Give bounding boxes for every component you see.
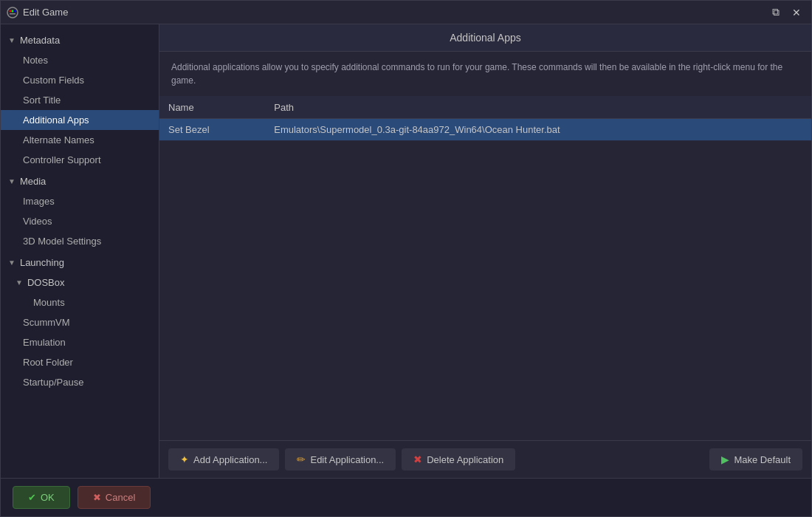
minimize-button[interactable]: ⧉	[767, 4, 785, 21]
cell-name: Set Bezel	[159, 119, 265, 141]
media-arrow-icon: ▼	[8, 177, 16, 185]
sidebar-item-alternate-names[interactable]: Alternate Names	[1, 130, 159, 150]
sidebar-section-metadata: ▼ Metadata Notes Custom Fields Sort Titl…	[1, 30, 159, 170]
metadata-arrow-icon: ▼	[8, 36, 16, 44]
svg-point-1	[10, 10, 12, 12]
make-default-button[interactable]: ▶ Make Default	[709, 448, 802, 470]
sidebar-section-label-launching: Launching	[20, 257, 64, 268]
edit-game-window: Edit Game ⧉ ✕ ▼ Metadata Notes Custom Fi…	[0, 0, 812, 517]
sidebar-section-header-launching[interactable]: ▼ Launching	[1, 253, 159, 273]
svg-point-2	[12, 10, 14, 12]
main-panel: Additional Apps Additional applications …	[159, 24, 811, 478]
sidebar: ▼ Metadata Notes Custom Fields Sort Titl…	[1, 24, 159, 478]
cancel-x-icon: ✖	[93, 492, 101, 503]
ok-check-icon: ✔	[28, 492, 36, 503]
column-name: Name	[159, 97, 265, 119]
window-title: Edit Game	[23, 7, 767, 18]
sidebar-item-root-folder[interactable]: Root Folder	[1, 352, 159, 372]
sidebar-item-custom-fields[interactable]: Custom Fields	[1, 70, 159, 90]
sidebar-item-scummvm[interactable]: ScummVM	[1, 312, 159, 332]
sidebar-item-additional-apps[interactable]: Additional Apps	[1, 110, 159, 130]
launching-arrow-icon: ▼	[8, 258, 16, 267]
content-area: ▼ Metadata Notes Custom Fields Sort Titl…	[1, 24, 811, 478]
sidebar-section-header-media[interactable]: ▼ Media	[1, 171, 159, 191]
close-button[interactable]: ✕	[788, 4, 805, 21]
delete-icon: ✖	[413, 453, 422, 465]
table-header-row: Name Path	[159, 97, 811, 119]
sidebar-item-notes[interactable]: Notes	[1, 50, 159, 70]
sidebar-item-mounts[interactable]: Mounts	[1, 292, 159, 312]
sidebar-section-header-metadata[interactable]: ▼ Metadata	[1, 30, 159, 50]
sidebar-item-controller-support[interactable]: Controller Support	[1, 150, 159, 170]
title-bar-controls: ⧉ ✕	[767, 4, 805, 21]
window-footer: ✔ OK ✖ Cancel	[1, 478, 811, 516]
delete-application-button[interactable]: ✖ Delete Application	[402, 448, 515, 470]
sidebar-section-media: ▼ Media Images Videos 3D Model Settings	[1, 171, 159, 251]
table-area: Name Path Set BezelEmulators\Supermodel_…	[159, 97, 811, 440]
panel-header: Additional Apps	[159, 24, 811, 52]
sidebar-item-images[interactable]: Images	[1, 191, 159, 211]
window-icon	[7, 7, 18, 18]
sidebar-subsection-dosbox[interactable]: ▼ DOSBox	[1, 273, 159, 292]
cell-path: Emulators\Supermodel_0.3a-git-84aa972_Wi…	[265, 119, 811, 141]
ok-button[interactable]: ✔ OK	[13, 486, 70, 509]
sidebar-item-emulation[interactable]: Emulation	[1, 332, 159, 352]
svg-point-0	[7, 7, 18, 18]
svg-point-3	[14, 10, 16, 12]
add-icon: ✦	[180, 453, 189, 465]
edit-icon: ✏	[297, 453, 306, 465]
default-icon: ▶	[721, 453, 729, 465]
panel-description: Additional applications allow you to spe…	[159, 52, 811, 97]
sidebar-subsection-label-dosbox: DOSBox	[27, 277, 65, 288]
sidebar-section-launching: ▼ Launching ▼ DOSBox Mounts ScummVM Emul…	[1, 253, 159, 392]
column-path: Path	[265, 97, 811, 119]
svg-rect-4	[10, 13, 16, 15]
sidebar-section-label-media: Media	[20, 176, 46, 187]
title-bar: Edit Game ⧉ ✕	[1, 1, 811, 24]
sidebar-section-label-metadata: Metadata	[20, 35, 60, 46]
edit-application-button[interactable]: ✏ Edit Application...	[285, 448, 396, 470]
panel-title: Additional Apps	[450, 32, 521, 44]
sidebar-item-3d-model-settings[interactable]: 3D Model Settings	[1, 231, 159, 251]
dosbox-arrow-icon: ▼	[16, 278, 23, 287]
cancel-button[interactable]: ✖ Cancel	[78, 486, 151, 509]
sidebar-item-startup-pause[interactable]: Startup/Pause	[1, 372, 159, 392]
sidebar-item-videos[interactable]: Videos	[1, 211, 159, 231]
table-row[interactable]: Set BezelEmulators\Supermodel_0.3a-git-8…	[159, 119, 811, 141]
add-application-button[interactable]: ✦ Add Application...	[168, 448, 279, 470]
apps-table: Name Path Set BezelEmulators\Supermodel_…	[159, 97, 811, 141]
panel-footer: ✦ Add Application... ✏ Edit Application.…	[159, 440, 811, 478]
sidebar-item-sort-title[interactable]: Sort Title	[1, 90, 159, 110]
